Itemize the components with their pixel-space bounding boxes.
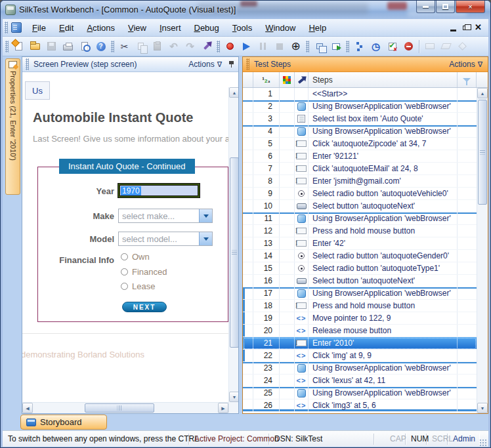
- test-step-row-12[interactable]: 12Press and hold mouse button: [243, 225, 477, 237]
- close-button[interactable]: ×: [456, 1, 485, 13]
- storyboard-tab[interactable]: Storyboard: [20, 415, 107, 430]
- scroll-down-icon[interactable]: ▼: [229, 392, 238, 402]
- test-step-row-19[interactable]: 19Move pointer to 122, 9: [243, 312, 477, 325]
- toolbar-grip[interactable]: [346, 41, 349, 52]
- format-brush-button[interactable]: [199, 39, 214, 54]
- print-button[interactable]: [60, 39, 75, 54]
- next-button[interactable]: NEXT: [122, 302, 167, 312]
- toolbar-grip[interactable]: [5, 22, 8, 33]
- test-step-row-14[interactable]: 14Select radio button 'autoquoteGender0': [243, 250, 477, 262]
- row-number-column-header[interactable]: [253, 72, 280, 87]
- scroll-thumb[interactable]: [85, 403, 154, 413]
- menu-insert[interactable]: Insert: [153, 20, 188, 35]
- mdi-restore-button[interactable]: [463, 26, 468, 30]
- toolbar-grip[interactable]: [5, 41, 9, 52]
- year-input[interactable]: 1970: [118, 184, 200, 197]
- toolbar-grip[interactable]: [306, 41, 309, 52]
- test-step-row-4[interactable]: 4Using BrowserApplication 'webBrowser': [243, 125, 477, 138]
- test-step-row-23[interactable]: 23Using BrowserApplication 'webBrowser': [243, 362, 477, 375]
- steps-column-header[interactable]: Steps: [309, 72, 458, 87]
- test-step-row-26[interactable]: 26Click 'img3' at 5, 6: [243, 399, 477, 412]
- record-button[interactable]: [223, 39, 238, 54]
- menu-debug[interactable]: Debug: [188, 20, 226, 35]
- resize-grip[interactable]: [479, 439, 487, 447]
- toolbar-grip[interactable]: [217, 41, 220, 52]
- open-button[interactable]: [28, 39, 43, 54]
- preview-vertical-scrollbar[interactable]: ▲ ▼: [228, 87, 238, 413]
- menu-edit[interactable]: Edit: [53, 20, 80, 35]
- mdi-close-button[interactable]: ✕: [475, 24, 482, 31]
- radio-option-lease[interactable]: Lease: [121, 281, 155, 291]
- test-step-row-7[interactable]: 7Click 'autoquoteEMail' at 24, 8: [243, 163, 477, 175]
- properties-tab[interactable]: Properties (21, Enter '2010'): [5, 58, 20, 195]
- radio-icon[interactable]: [121, 283, 128, 290]
- scroll-thumb[interactable]: [230, 157, 238, 348]
- maximize-button[interactable]: [436, 1, 455, 13]
- print-preview-button[interactable]: [77, 39, 92, 54]
- goto-column-header[interactable]: [295, 72, 309, 87]
- test-step-row-3[interactable]: 3Select list box item 'Auto Quote': [243, 113, 477, 125]
- dropdown-arrow-icon[interactable]: [199, 232, 212, 245]
- chevron-down-icon[interactable]: ∇: [478, 60, 482, 69]
- test-step-row-20[interactable]: 20Release mouse button: [243, 325, 477, 337]
- dropdown-arrow-icon[interactable]: [199, 209, 212, 222]
- timer-button[interactable]: [368, 39, 383, 54]
- flow-steps-button[interactable]: [352, 39, 367, 54]
- toolbar-grip[interactable]: [111, 41, 114, 52]
- radio-icon[interactable]: [121, 268, 128, 275]
- menu-view[interactable]: View: [121, 20, 153, 35]
- radio-icon[interactable]: [121, 253, 128, 260]
- mdi-minimize-button[interactable]: [450, 30, 456, 31]
- panel-grip[interactable]: [246, 58, 249, 70]
- test-step-row-22[interactable]: 22Click 'img' at 9, 9: [243, 350, 477, 362]
- panel-grip[interactable]: [26, 58, 29, 70]
- identify-object-button[interactable]: [288, 39, 303, 54]
- remove-button[interactable]: [401, 39, 416, 54]
- play-button[interactable]: [239, 39, 254, 54]
- test-step-row-17[interactable]: 17Using BrowserApplication 'webBrowser': [243, 287, 477, 300]
- radio-option-financed[interactable]: Financed: [121, 267, 167, 277]
- test-step-row-11[interactable]: 11Using BrowserApplication 'webBrowser': [243, 213, 477, 225]
- preview-horizontal-scrollbar[interactable]: ◀ ▶: [22, 402, 228, 413]
- test-step-row-2[interactable]: 2Using BrowserApplication 'webBrowser': [243, 100, 477, 113]
- menu-actions[interactable]: Actions: [80, 20, 121, 35]
- menu-file[interactable]: File: [26, 20, 53, 35]
- menu-tools[interactable]: Tools: [226, 20, 259, 35]
- test-step-row-6[interactable]: 6Enter '92121': [243, 150, 477, 163]
- menu-help[interactable]: Help: [302, 20, 333, 35]
- test-step-row-21[interactable]: 21Enter '2010': [243, 337, 477, 350]
- new-visual-test-button[interactable]: [11, 39, 26, 54]
- test-step-row-18[interactable]: 18Press and hold mouse button: [243, 300, 477, 312]
- scroll-up-icon[interactable]: ▲: [229, 87, 238, 98]
- scroll-left-icon[interactable]: ◀: [22, 403, 33, 413]
- test-step-row-9[interactable]: 9Select radio button 'autoquoteVehicle0': [243, 188, 477, 200]
- pin-icon[interactable]: [228, 60, 234, 68]
- screenshot-column-header[interactable]: [280, 72, 295, 87]
- scroll-up-icon[interactable]: ▲: [477, 88, 488, 98]
- chevron-down-icon[interactable]: ∇: [217, 60, 222, 69]
- steps-vertical-scrollbar[interactable]: ▲ ▼: [477, 88, 488, 413]
- scroll-thumb[interactable]: [478, 100, 487, 205]
- test-step-row-24[interactable]: 24Click 'lexus' at 42, 11: [243, 375, 477, 387]
- copy-screen-button[interactable]: [312, 39, 327, 54]
- scroll-right-icon[interactable]: ▶: [218, 403, 228, 413]
- test-step-row-16[interactable]: 16Select button 'autoquoteNext': [243, 275, 477, 287]
- test-step-row-13[interactable]: 13Enter '42': [243, 237, 477, 250]
- cut-button[interactable]: [117, 39, 132, 54]
- test-step-row-15[interactable]: 15Select radio button 'autoquoteType1': [243, 262, 477, 275]
- preview-actions-menu[interactable]: Actions: [188, 60, 214, 69]
- radio-option-own[interactable]: Own: [121, 252, 150, 262]
- menu-window[interactable]: Window: [259, 20, 302, 35]
- nav-tab-us[interactable]: Us: [25, 81, 50, 100]
- verification-button[interactable]: [385, 39, 400, 54]
- steps-actions-menu[interactable]: Actions: [449, 60, 475, 69]
- model-select[interactable]: select model...: [118, 232, 213, 246]
- test-step-row-10[interactable]: 10Select button 'autoquoteNext': [243, 200, 477, 213]
- test-step-row-25[interactable]: 25Using BrowserApplication 'webBrowser': [243, 387, 477, 399]
- help-button[interactable]: [93, 39, 108, 54]
- test-step-row-1[interactable]: 1<<Start>>: [243, 88, 477, 100]
- test-step-row-8[interactable]: 8Enter 'jsmith@gmail.com': [243, 175, 477, 188]
- export-screen-button[interactable]: [328, 39, 343, 54]
- filter-column-header[interactable]: [458, 72, 477, 87]
- make-select[interactable]: select make...: [118, 209, 213, 223]
